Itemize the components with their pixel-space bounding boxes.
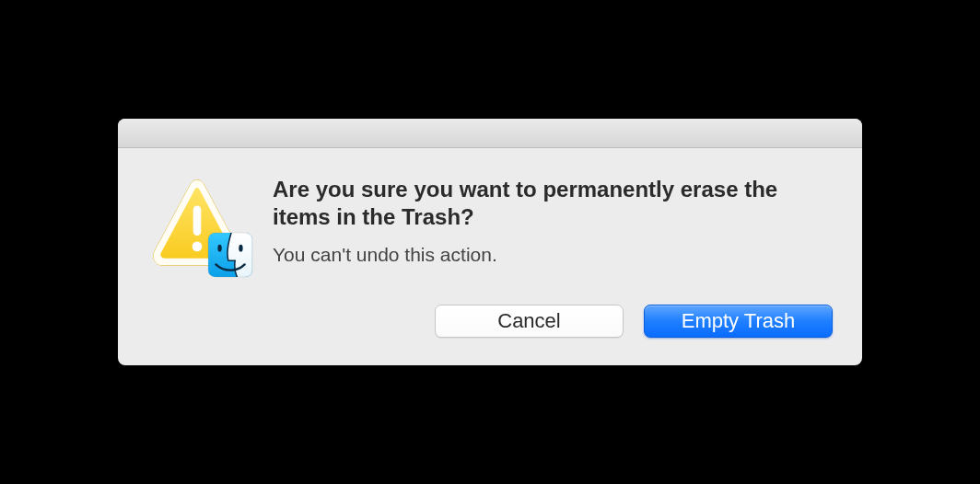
dialog-heading: Are you sure you want to permanently era… (273, 176, 833, 231)
svg-point-4 (217, 245, 221, 252)
svg-point-5 (239, 245, 242, 252)
finder-icon (206, 231, 254, 279)
dialog-content: Are you sure you want to permanently era… (273, 174, 833, 266)
svg-point-1 (192, 241, 203, 251)
svg-rect-0 (193, 206, 202, 236)
dialog-titlebar (118, 119, 862, 148)
warning-finder-icon (147, 174, 247, 273)
dialog-button-row: Cancel Empty Trash (118, 295, 862, 365)
dialog-body: Are you sure you want to permanently era… (118, 148, 862, 295)
cancel-button[interactable]: Cancel (435, 305, 624, 338)
alert-dialog: Are you sure you want to permanently era… (118, 119, 862, 365)
empty-trash-button[interactable]: Empty Trash (644, 305, 833, 338)
dialog-message: You can't undo this action. (273, 244, 833, 266)
